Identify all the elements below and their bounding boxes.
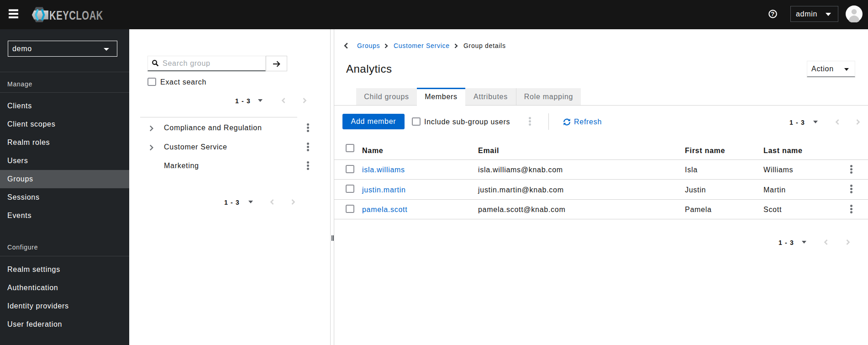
svg-text:KEYCLOAK: KEYCLOAK <box>49 9 103 22</box>
svg-text:?: ? <box>771 11 775 17</box>
